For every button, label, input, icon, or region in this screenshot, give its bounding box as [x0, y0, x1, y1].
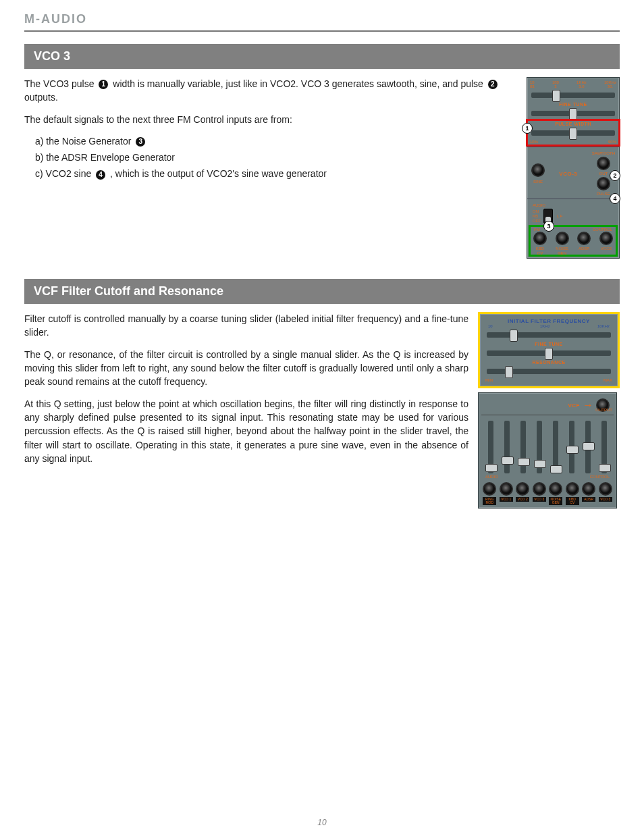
vco3-top: 10 03 100 3 1KHz 3.0 10KHz 30. FINE TUNE… [527, 78, 619, 147]
mixer-slider-4[interactable] [537, 421, 542, 473]
jack-label: VCO 2 [516, 497, 529, 502]
badge-4: 4 [610, 193, 620, 204]
vslider-1 [483, 421, 498, 473]
pulse-jack-icon[interactable] [597, 177, 610, 190]
bottom-jack-row: RING MODVCO 1VCO 2VCO 3NOISE GENKBD CVAD… [481, 480, 614, 505]
brand-header: M-AUDIO [24, 12, 620, 32]
pw-max: 90% [608, 140, 616, 144]
vco3-label: VCO-3 [559, 171, 577, 177]
vslider-4 [532, 421, 547, 473]
iff-slider[interactable] [487, 332, 611, 338]
jack-icon[interactable] [483, 482, 496, 496]
mixer-jack-5: NOISE GEN [548, 482, 563, 505]
vslider-3 [516, 421, 531, 473]
vcf-mixer-panel: VCF → OUTPUT AUDIO CONTROL RING MODVCO 1… [478, 392, 617, 509]
off-label: OFF [533, 219, 541, 223]
jack-icon[interactable] [549, 482, 562, 496]
mixer-slider-7[interactable] [585, 421, 591, 473]
sine-label: SINE [533, 180, 543, 184]
jack-icon[interactable] [599, 232, 613, 245]
jack-label: VCO 1 [500, 497, 513, 502]
mixer-jack-7: ADSR [581, 482, 596, 505]
fine-tune-slider[interactable] [531, 111, 615, 116]
mixer-jack-4: VCO 3 [532, 482, 547, 505]
res-range: MIN MAX [483, 378, 615, 382]
iff-ticks: 10 1KHz 10KHz [483, 324, 615, 328]
mixer-slider-2[interactable] [504, 421, 510, 473]
mixer-jack-2: VCO 1 [499, 482, 514, 505]
lbl: VCO2 [601, 246, 612, 251]
badge-2: 2 [610, 170, 620, 181]
vco3-bottom: AUDIO ON KB OFF L F 3 FM [527, 199, 619, 258]
kbd-cv-jack: KBD CV [533, 232, 547, 255]
sawtooth-jack-icon[interactable] [597, 157, 610, 170]
on-label: ON [533, 209, 541, 213]
mixer-jack-8: VCO 3 [598, 482, 613, 505]
vcf-header: VCF → OUTPUT [481, 398, 614, 415]
min: MIN [485, 378, 493, 382]
jack-icon[interactable] [531, 163, 545, 177]
pw-range: 10% 90% [527, 140, 619, 144]
vco3-panel-wrap: 10 03 100 3 1KHz 3.0 10KHz 30. FINE TUNE… [527, 77, 620, 259]
vco3-outs: SAWTOOTH OUT 2 PULSE 4 [592, 151, 615, 196]
jack-label: VCO 3 [599, 497, 612, 502]
resonance-slider[interactable] [487, 369, 611, 374]
tick: 1KHz [540, 324, 550, 328]
list-item: b) the ADSR Envelope Generator [35, 151, 517, 164]
mixer-slider-5[interactable] [553, 421, 558, 473]
audio-seg: AUDIO [485, 475, 498, 479]
vslider-2 [500, 421, 514, 473]
tick: 100 3 [552, 80, 559, 88]
list-item: c) VCO2 sine 4 , which is the output of … [35, 167, 517, 180]
tick: 1KHz 3.0 [576, 80, 587, 88]
mixer-jack-1: RING MOD [482, 482, 497, 505]
mixer-slider-8[interactable] [601, 421, 607, 473]
vco3-copy: The VCO3 pulse 1 width is manually varia… [24, 77, 517, 188]
vcf-filter-panel: INITIAL FILTER FREQUENCY 10 1KHz 10KHz F… [478, 312, 620, 388]
vco3-list: a) the Noise Generator 3 b) the ADSR Env… [35, 134, 517, 181]
mixer-jack-6: KBD CV [565, 482, 580, 505]
mixer-slider-3[interactable] [520, 421, 526, 473]
pulse-width-slider[interactable] [531, 130, 615, 136]
jack-label: NOISE GEN [549, 497, 562, 505]
freq-ticks: 10 03 100 3 1KHz 3.0 10KHz 30. [527, 80, 619, 88]
vcf-row: Filter cutoff is controlled manually by … [24, 312, 620, 509]
tick: 10 03 [530, 80, 535, 88]
callout-2-icon: 2 [488, 80, 498, 89]
pulse-label: PULSE [597, 192, 610, 196]
fine-slider[interactable] [487, 350, 611, 356]
vcf-p1: Filter cutoff is controlled manually by … [24, 312, 468, 340]
section-title-vcf: VCF Filter Cutoff and Resonance [24, 279, 620, 304]
callout-3-icon: 3 [136, 137, 145, 147]
list-item: a) the Noise Generator 3 [35, 134, 517, 148]
fm-control-group: 3 FM CONTROL KBD CV NOISE GEN ADSR VCO2 [530, 226, 616, 255]
jack-icon[interactable] [516, 482, 529, 496]
page-number: 10 [0, 818, 644, 827]
adsr-jack: ADSR [576, 232, 591, 255]
jack-icon[interactable] [582, 482, 595, 496]
jack-icon[interactable] [533, 232, 547, 245]
lbl: KBD CV [536, 246, 544, 255]
coarse-freq-slider[interactable] [531, 93, 615, 98]
jack-icon[interactable] [533, 482, 546, 496]
output-label: OUTPUT [595, 408, 612, 412]
noise-gen-jack: NOISE GEN [555, 232, 570, 255]
txt: c) VCO2 sine [35, 168, 94, 179]
fine-tune-label: FINE TUNE [527, 102, 619, 107]
vco3-panel: 10 03 100 3 1KHz 3.0 10KHz 30. FINE TUNE… [527, 77, 620, 259]
jack-icon[interactable] [566, 482, 579, 496]
kb-label: KB [533, 214, 541, 218]
vco3-label-col: VCO-3 [545, 171, 592, 177]
section-title-vco3: VCO 3 [24, 44, 620, 69]
jack-icon[interactable] [500, 482, 513, 496]
mixer-slider-1[interactable] [488, 421, 493, 473]
mixer-slider-6[interactable] [569, 421, 574, 473]
jack-icon[interactable] [556, 232, 569, 245]
tick: 10 [488, 324, 493, 328]
out-label: OUT [599, 172, 608, 176]
page: M-AUDIO VCO 3 The VCO3 pulse 1 width is … [0, 0, 644, 834]
jack-icon[interactable] [599, 482, 612, 496]
lf-label: L F [557, 214, 562, 218]
txt: a) the Noise Generator [35, 136, 134, 147]
jack-icon[interactable] [577, 232, 591, 245]
